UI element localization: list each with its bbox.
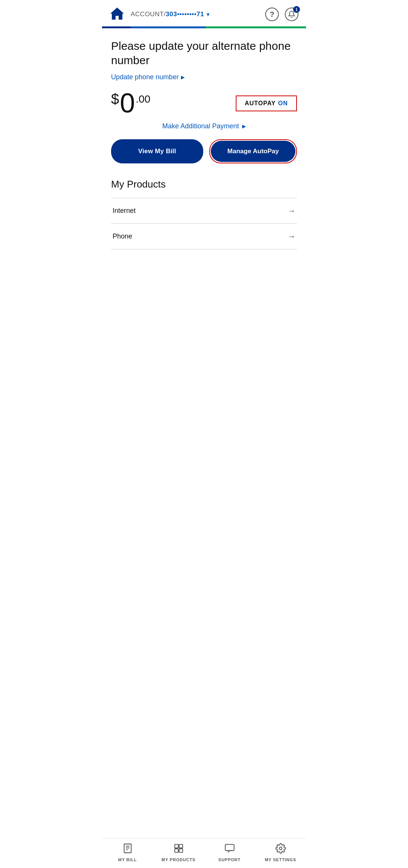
page-title: Please update your alternate phone numbe…: [111, 39, 297, 67]
home-button[interactable]: [110, 7, 125, 22]
header-icons: ? 1: [265, 8, 298, 21]
account-suffix: 71: [196, 11, 204, 18]
dollar-sign: $: [111, 92, 119, 106]
main-content: Please update your alternate phone numbe…: [102, 28, 306, 287]
progress-segment-3: [206, 26, 306, 28]
account-prefix: ACCOUNT/: [131, 11, 166, 18]
progress-segment-2: [131, 26, 206, 28]
balance-row: $ 0 .00 AUTOPAY ON: [111, 92, 297, 115]
manage-autopay-button[interactable]: Manage AutoPay: [211, 141, 295, 162]
arrow-right-icon-phone: →: [288, 232, 295, 241]
progress-bar: [102, 26, 306, 28]
action-buttons: View My Bill Manage AutoPay: [111, 139, 297, 163]
play-arrow-icon: ▶: [242, 123, 246, 129]
balance-main: 0: [120, 92, 135, 115]
my-products-section: My Products Internet → Phone →: [111, 179, 297, 249]
chevron-down-icon: ▼: [206, 12, 210, 17]
arrow-right-icon-internet: →: [288, 206, 295, 215]
view-my-bill-button[interactable]: View My Bill: [111, 139, 203, 163]
account-number: 303: [166, 11, 177, 18]
update-phone-text: Update phone number: [111, 73, 179, 81]
additional-payment-link[interactable]: Make Additional Payment ▶: [111, 122, 297, 130]
manage-autopay-wrap: Manage AutoPay: [209, 139, 297, 163]
balance-cents: .00: [136, 94, 150, 105]
home-icon: [110, 7, 125, 20]
autopay-status: ON: [278, 100, 288, 107]
balance-amount: $ 0 .00: [111, 92, 150, 115]
account-redacted: ••••••••: [177, 11, 197, 18]
autopay-label: AUTOPAY: [245, 100, 276, 107]
notifications-button[interactable]: 1: [285, 8, 298, 21]
product-list: Internet → Phone →: [111, 198, 297, 249]
product-name-internet: Internet: [113, 207, 136, 215]
autopay-badge: AUTOPAY ON: [236, 95, 297, 111]
account-label[interactable]: ACCOUNT/303••••••••71 ▼: [131, 11, 265, 18]
product-item-phone[interactable]: Phone →: [111, 224, 297, 249]
additional-payment-text: Make Additional Payment: [162, 122, 239, 130]
update-phone-link[interactable]: Update phone number ▶: [111, 73, 297, 81]
notification-badge: 1: [293, 6, 300, 13]
play-icon: ▶: [181, 74, 185, 80]
product-name-phone: Phone: [113, 232, 132, 240]
my-products-title: My Products: [111, 179, 297, 190]
progress-segment-1: [102, 26, 131, 28]
header: ACCOUNT/303••••••••71 ▼ ? 1: [102, 0, 306, 26]
product-item-internet[interactable]: Internet →: [111, 198, 297, 224]
help-button[interactable]: ?: [265, 8, 279, 21]
